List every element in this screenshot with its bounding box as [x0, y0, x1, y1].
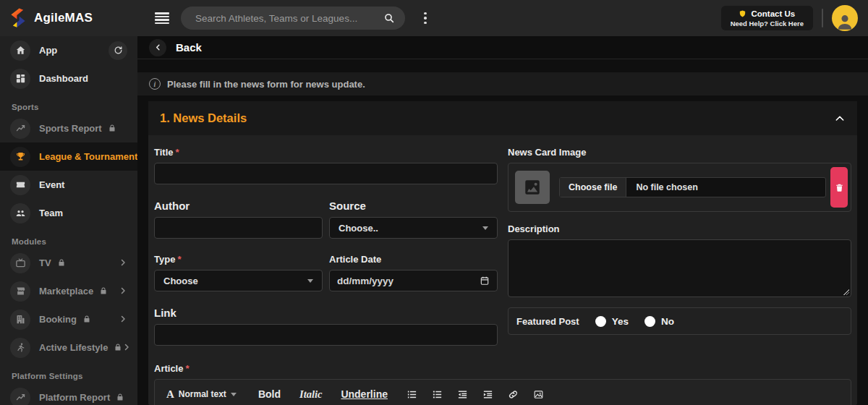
avatar[interactable]: [832, 5, 858, 31]
global-search: [181, 7, 405, 30]
featured-post-label: Featured Post: [516, 316, 579, 327]
backbar: Back: [137, 36, 868, 59]
bullet-list-button[interactable]: [432, 389, 443, 400]
font-style-icon: A: [166, 388, 174, 401]
article-date-placeholder: dd/mm/yyyy: [337, 276, 393, 286]
kebab-menu-icon[interactable]: [421, 9, 430, 27]
file-input[interactable]: Choose file No file chosen: [559, 177, 826, 197]
outdent-button[interactable]: [457, 389, 468, 400]
tv-icon: [10, 253, 30, 273]
lock-icon: [114, 341, 122, 354]
sidebar-item-label: Marketplace: [39, 286, 93, 297]
search-icon[interactable]: [383, 12, 395, 24]
sidebar-item-booking[interactable]: Booking: [0, 305, 137, 333]
back-label: Back: [176, 41, 202, 54]
sidebar-item-event[interactable]: Event: [0, 171, 137, 199]
sidebar-item-platform-report[interactable]: Platform Report: [0, 383, 137, 405]
indent-icon: [482, 389, 493, 400]
choose-file-button[interactable]: Choose file: [560, 178, 626, 197]
italic-button[interactable]: Italic: [299, 388, 322, 401]
sidebar-item-marketplace[interactable]: Marketplace: [0, 277, 137, 305]
type-select[interactable]: Choose: [154, 270, 323, 291]
sidebar-item-label: Dashboard: [39, 73, 88, 84]
ordered-list-button[interactable]: [407, 389, 417, 400]
sidebar-item-label: Event: [39, 179, 64, 190]
article-date-input[interactable]: dd/mm/yyyy: [329, 270, 498, 291]
trophy-icon: [10, 147, 30, 167]
chevron-right-icon: [119, 257, 127, 270]
link-label: Link: [154, 307, 498, 319]
collapse-section-button[interactable]: [834, 113, 846, 124]
sidebar-item-sports-report[interactable]: Sports Report: [0, 114, 137, 142]
indent-button[interactable]: [482, 389, 493, 400]
sidebar-section-modules: Modules: [0, 227, 137, 249]
calendar-icon[interactable]: [480, 276, 490, 286]
news-card-image-label: News Card Image: [508, 147, 851, 158]
contact-us-button[interactable]: Contact Us Need Help? Click Here: [721, 6, 813, 30]
chevron-right-icon: [119, 285, 127, 298]
news-details-card: 1. News Details Title*: [148, 101, 857, 405]
author-input[interactable]: [154, 217, 323, 239]
lock-icon: [57, 257, 66, 270]
lock-icon: [108, 122, 116, 135]
info-alert: i Please fill in the news form for news …: [137, 72, 868, 95]
main-area: Contact Us Need Help? Click Here Back i …: [137, 0, 868, 405]
menu-toggle-icon[interactable]: [155, 12, 169, 24]
author-label: Author: [154, 200, 323, 212]
outdent-icon: [457, 389, 468, 400]
brand-logo-icon: [9, 8, 27, 28]
sidebar-header: AgileMAS: [0, 0, 137, 36]
back-button[interactable]: [149, 39, 166, 56]
sidebar-item-label: Platform Report: [39, 392, 110, 403]
insert-link-button[interactable]: [508, 389, 519, 400]
source-select[interactable]: Choose..: [329, 217, 498, 239]
refresh-icon[interactable]: [109, 41, 127, 60]
type-label: Type*: [154, 254, 323, 265]
insert-image-button[interactable]: [533, 389, 544, 400]
news-details-card-header[interactable]: 1. News Details: [148, 101, 857, 135]
lock-icon: [99, 285, 108, 298]
description-textarea[interactable]: [508, 239, 851, 297]
featured-post-no-radio[interactable]: No: [644, 316, 674, 327]
sidebar-item-dashboard[interactable]: Dashboard: [0, 64, 137, 93]
sidebar-item-label: Booking: [39, 314, 77, 325]
chevron-left-icon: [154, 43, 162, 51]
link-input[interactable]: [154, 324, 498, 346]
app-root: AgileMAS App Dashboard Sports: [0, 0, 868, 405]
title-label: Title*: [154, 147, 498, 158]
form-right-column: News Card Image Choose file No file chos…: [508, 147, 851, 361]
delete-image-button[interactable]: [830, 167, 848, 208]
shield-icon: [739, 9, 746, 18]
contact-us-title: Contact Us: [751, 9, 795, 18]
caret-down-icon: [307, 279, 313, 283]
chevron-right-icon: [119, 313, 127, 326]
search-input[interactable]: [195, 13, 383, 24]
title-input[interactable]: [154, 163, 498, 184]
underline-button[interactable]: Underline: [341, 388, 388, 400]
news-card-image-uploader: Choose file No file chosen: [508, 163, 851, 212]
radio-icon: [644, 316, 655, 327]
sidebar-item-label: Sports Report: [39, 123, 102, 134]
ordered-list-icon: [407, 389, 417, 400]
article-label: Article*: [154, 363, 851, 374]
sidebar-item-app[interactable]: App: [0, 36, 137, 64]
sidebar-item-league-tournament[interactable]: League & Tournament: [0, 142, 137, 171]
picture-icon: [523, 178, 542, 197]
radio-label: No: [661, 316, 674, 327]
bold-button[interactable]: Bold: [258, 388, 281, 400]
sidebar-item-label: Active Lifestyle: [39, 342, 108, 353]
chart-line-icon: [10, 119, 30, 139]
image-icon: [533, 389, 544, 400]
sidebar-item-team[interactable]: Team: [0, 199, 137, 227]
featured-post-yes-radio[interactable]: Yes: [595, 316, 629, 327]
sidebar-nav: App Dashboard Sports Sports Report: [0, 36, 137, 405]
sidebar: AgileMAS App Dashboard Sports: [0, 0, 137, 405]
text-style-dropdown[interactable]: A Normal text: [166, 388, 237, 401]
image-preview: [515, 171, 550, 204]
topbar: Contact Us Need Help? Click Here: [137, 0, 868, 36]
editor-toolbar: A Normal text Bold Italic Underline: [154, 379, 851, 405]
radio-label: Yes: [612, 316, 629, 327]
sidebar-item-active-lifestyle[interactable]: Active Lifestyle: [0, 333, 137, 362]
source-label: Source: [329, 200, 498, 212]
sidebar-item-tv[interactable]: TV: [0, 249, 137, 277]
